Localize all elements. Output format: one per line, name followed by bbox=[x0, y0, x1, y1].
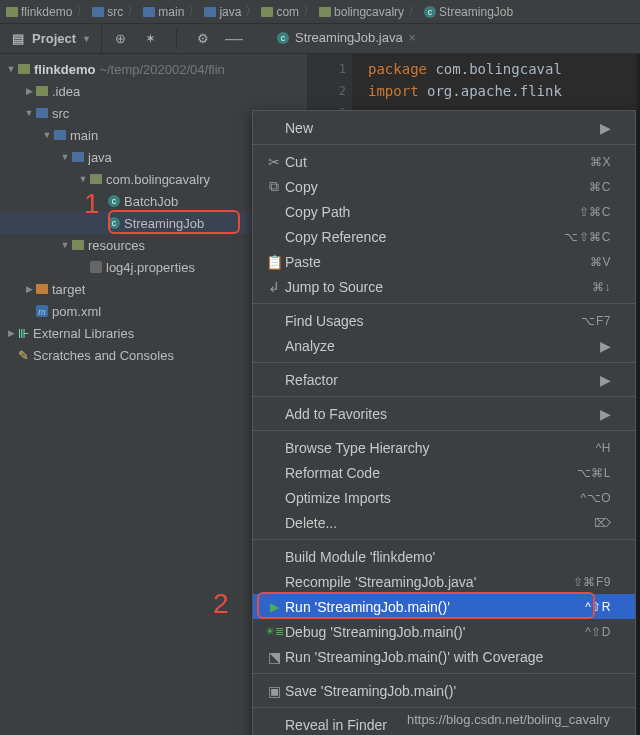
folder-icon bbox=[72, 240, 84, 250]
tree-suffix: ~/temp/202002/04/flin bbox=[99, 62, 224, 77]
expand-arrow-icon[interactable] bbox=[40, 130, 54, 140]
breadcrumb-item[interactable]: main bbox=[143, 5, 184, 19]
menu-item[interactable]: Copy Reference⌥⇧⌘C bbox=[253, 224, 635, 249]
breadcrumb-label: com bbox=[276, 5, 299, 19]
breadcrumb-item[interactable]: flinkdemo bbox=[6, 5, 72, 19]
breadcrumb-item[interactable]: bolingcavalry bbox=[319, 5, 404, 19]
collapse-icon[interactable]: — bbox=[225, 28, 243, 49]
expand-arrow-icon[interactable] bbox=[58, 240, 72, 250]
locate-icon[interactable]: ⊕ bbox=[112, 31, 128, 47]
menu-shortcut: ^⌥O bbox=[581, 491, 611, 505]
folder-icon bbox=[319, 7, 331, 17]
menu-item-label: Jump to Source bbox=[285, 279, 592, 295]
menu-item[interactable]: ↲Jump to Source⌘↓ bbox=[253, 274, 635, 299]
folder-blue-icon bbox=[204, 7, 216, 17]
tree-row[interactable]: flinkdemo ~/temp/202002/04/flin bbox=[0, 58, 307, 80]
menu-item-label: Analyze bbox=[285, 338, 599, 354]
menu-item[interactable]: Optimize Imports^⌥O bbox=[253, 485, 635, 510]
menu-item-label: Cut bbox=[285, 154, 590, 170]
breadcrumb: flinkdemo〉src〉main〉java〉com〉bolingcavalr… bbox=[0, 0, 640, 24]
menu-separator bbox=[253, 430, 635, 431]
expand-arrow-icon[interactable] bbox=[76, 174, 90, 184]
expand-arrow-icon[interactable] bbox=[22, 284, 36, 294]
menu-shortcut: ⇧⌘F9 bbox=[573, 575, 611, 589]
menu-item[interactable]: Delete...⌦ bbox=[253, 510, 635, 535]
submenu-arrow-icon: ▶ bbox=[599, 372, 611, 388]
submenu-arrow-icon: ▶ bbox=[599, 406, 611, 422]
menu-item[interactable]: ✂Cut⌘X bbox=[253, 149, 635, 174]
breadcrumb-item[interactable]: com bbox=[261, 5, 299, 19]
menu-item[interactable]: 📋Paste⌘V bbox=[253, 249, 635, 274]
run-icon: ▶ bbox=[263, 600, 285, 614]
tree-row[interactable]: .idea bbox=[0, 80, 307, 102]
menu-item[interactable]: Refactor▶ bbox=[253, 367, 635, 392]
menu-shortcut: ^⇧D bbox=[585, 625, 611, 639]
expand-arrow-icon[interactable] bbox=[22, 108, 36, 118]
menu-item[interactable]: Add to Favorites▶ bbox=[253, 401, 635, 426]
breadcrumb-item[interactable]: java bbox=[204, 5, 241, 19]
menu-shortcut: ⌥⌘L bbox=[577, 466, 611, 480]
menu-item[interactable]: Copy Path⇧⌘C bbox=[253, 199, 635, 224]
breadcrumb-label: flinkdemo bbox=[21, 5, 72, 19]
editor-tab-streamingjob[interactable]: c StreamingJob.java × bbox=[267, 24, 426, 53]
debug-icon: ☀≣ bbox=[263, 625, 285, 638]
file-icon bbox=[90, 261, 102, 273]
breadcrumb-label: src bbox=[107, 5, 123, 19]
menu-separator bbox=[253, 144, 635, 145]
folder-icon bbox=[18, 64, 30, 74]
gear-icon[interactable]: ⚙ bbox=[195, 31, 211, 47]
lib-icon: ⊪ bbox=[18, 326, 29, 341]
submenu-arrow-icon: ▶ bbox=[599, 120, 611, 136]
menu-item[interactable]: ☀≣Debug 'StreamingJob.main()'^⇧D bbox=[253, 619, 635, 644]
expand-arrow-icon[interactable] bbox=[4, 328, 18, 338]
tree-label: StreamingJob bbox=[124, 216, 204, 231]
context-menu: New▶✂Cut⌘X⧉Copy⌘CCopy Path⇧⌘CCopy Refere… bbox=[252, 110, 636, 735]
paste-icon: 📋 bbox=[263, 254, 285, 270]
tree-label: target bbox=[52, 282, 85, 297]
close-icon[interactable]: × bbox=[409, 31, 416, 45]
editor-tab-label: StreamingJob.java bbox=[295, 30, 403, 45]
tree-label: pom.xml bbox=[52, 304, 101, 319]
menu-item[interactable]: Analyze▶ bbox=[253, 333, 635, 358]
expand-icon[interactable]: ✶ bbox=[142, 31, 158, 47]
expand-arrow-icon[interactable] bbox=[22, 86, 36, 96]
menu-item[interactable]: ⧉Copy⌘C bbox=[253, 174, 635, 199]
menu-item[interactable]: New▶ bbox=[253, 115, 635, 140]
menu-separator bbox=[253, 673, 635, 674]
expand-arrow-icon[interactable] bbox=[58, 152, 72, 162]
breadcrumb-label: main bbox=[158, 5, 184, 19]
menu-item[interactable]: Recompile 'StreamingJob.java'⇧⌘F9 bbox=[253, 569, 635, 594]
folder-blue-icon bbox=[92, 7, 104, 17]
menu-item-label: Browse Type Hierarchy bbox=[285, 440, 596, 456]
menu-item[interactable]: Reformat Code⌥⌘L bbox=[253, 460, 635, 485]
menu-item-label: Optimize Imports bbox=[285, 490, 581, 506]
project-tool-button[interactable]: ▤ Project ▼ bbox=[0, 24, 102, 53]
tree-label: resources bbox=[88, 238, 145, 253]
menu-item[interactable]: ▶Run 'StreamingJob.main()'^⇧R bbox=[253, 594, 635, 619]
menu-shortcut: ^⇧R bbox=[585, 600, 611, 614]
menu-item[interactable]: Find Usages⌥F7 bbox=[253, 308, 635, 333]
folder-icon bbox=[6, 7, 18, 17]
breadcrumb-label: StreamingJob bbox=[439, 5, 513, 19]
menu-item[interactable]: ▣Save 'StreamingJob.main()' bbox=[253, 678, 635, 703]
breadcrumb-label: java bbox=[219, 5, 241, 19]
tree-label: BatchJob bbox=[124, 194, 178, 209]
menu-item-label: Reformat Code bbox=[285, 465, 577, 481]
menu-item-label: Copy Reference bbox=[285, 229, 564, 245]
menu-item[interactable]: ⬔Run 'StreamingJob.main()' with Coverage bbox=[253, 644, 635, 669]
menu-item[interactable]: Build Module 'flinkdemo' bbox=[253, 544, 635, 569]
folder-blue-icon bbox=[36, 108, 48, 118]
folder-blue-icon bbox=[143, 7, 155, 17]
folder-icon bbox=[90, 174, 102, 184]
folder-icon bbox=[261, 7, 273, 17]
breadcrumb-item[interactable]: src bbox=[92, 5, 123, 19]
submenu-arrow-icon: ▶ bbox=[599, 338, 611, 354]
menu-shortcut: ⇧⌘C bbox=[579, 205, 611, 219]
menu-item[interactable]: Browse Type Hierarchy^H bbox=[253, 435, 635, 460]
expand-arrow-icon[interactable] bbox=[4, 64, 18, 74]
annotation-label-1: 1 bbox=[84, 188, 100, 220]
breadcrumb-item[interactable]: cStreamingJob bbox=[424, 5, 513, 19]
menu-item-label: Recompile 'StreamingJob.java' bbox=[285, 574, 573, 590]
watermark: https://blog.csdn.net/boling_cavalry bbox=[407, 712, 610, 727]
menu-shortcut: ^H bbox=[596, 441, 611, 455]
